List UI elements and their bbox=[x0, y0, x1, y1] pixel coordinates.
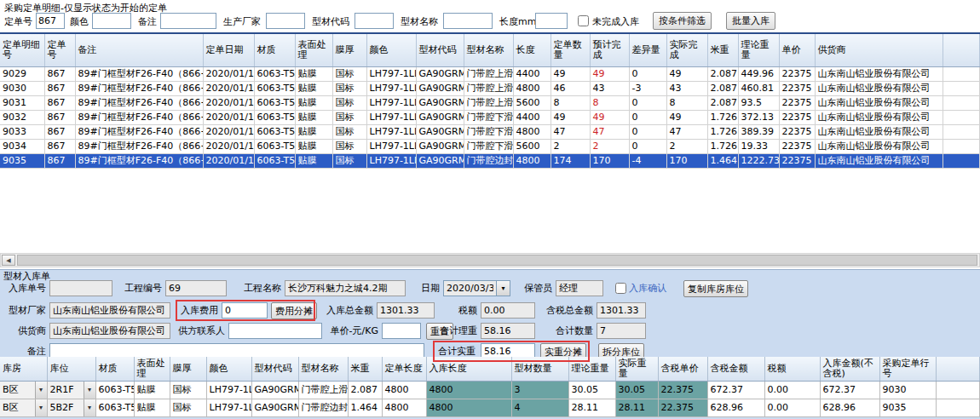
inbound-no-input[interactable] bbox=[49, 280, 112, 296]
fee-input[interactable] bbox=[222, 302, 268, 319]
manufacturer-input[interactable] bbox=[266, 13, 305, 29]
scrollbar-thumb[interactable] bbox=[17, 255, 977, 266]
table-cell: 22375 bbox=[779, 81, 815, 95]
column-header[interactable]: 含税单价 bbox=[658, 357, 707, 381]
dropdown-arrow-icon[interactable]: ▾ bbox=[35, 382, 47, 399]
table-cell: 8 bbox=[666, 95, 707, 110]
theo-total-input[interactable] bbox=[481, 323, 535, 339]
column-header[interactable]: 定单日期 bbox=[203, 34, 254, 66]
table-row[interactable]: B区▾2R1F▾6063-T5贴膜国标LH797-1LL0GA90GRM03门带… bbox=[0, 381, 980, 399]
project-name-input[interactable] bbox=[285, 280, 406, 296]
date-picker-button[interactable]: ▾ bbox=[496, 280, 510, 296]
profile-code-input[interactable] bbox=[355, 13, 394, 29]
column-header[interactable]: 颜色 bbox=[366, 34, 416, 66]
column-header[interactable]: 入库长度 bbox=[426, 357, 511, 381]
contact-input[interactable] bbox=[228, 323, 322, 339]
table-row[interactable]: 903386789#门框型材F26-F40（866+867）2020/01/13… bbox=[0, 124, 980, 139]
table-row[interactable]: 902986789#门框型材F26-F40（866+867）2020/01/13… bbox=[0, 66, 980, 81]
column-header[interactable]: 定单长度 bbox=[382, 357, 426, 381]
column-header[interactable]: 型材名称 bbox=[298, 357, 348, 381]
project-name-label: 工程名称 bbox=[240, 280, 281, 296]
filter-button[interactable]: 按条件筛选 bbox=[653, 12, 712, 30]
horizontal-scrollbar[interactable]: ◀ bbox=[0, 253, 980, 267]
column-header[interactable]: 表面处理 bbox=[134, 357, 170, 381]
order-table: 定单明细号定单号备注定单日期材质表面处理膜厚颜色型材代码型材名称长度定单数量预计… bbox=[0, 34, 980, 169]
date-field: ▾ bbox=[443, 280, 510, 296]
table-cell: GA90GRM03 bbox=[416, 81, 464, 95]
column-header[interactable]: 税额 bbox=[764, 357, 820, 381]
confirm-checkbox[interactable] bbox=[615, 283, 626, 294]
table-row[interactable]: 903186789#门框型材F26-F40（866+867）2020/01/13… bbox=[0, 95, 980, 110]
column-header[interactable]: 差异量 bbox=[629, 34, 666, 66]
table-cell: 43 bbox=[666, 81, 707, 95]
table-row[interactable]: 903086789#门框型材F26-F40（866+867）2020/01/13… bbox=[0, 81, 980, 95]
column-header[interactable]: 颜色 bbox=[206, 357, 251, 381]
unit-price-input[interactable] bbox=[382, 323, 421, 339]
column-header[interactable]: 材质 bbox=[254, 34, 295, 66]
fee-allocate-button[interactable]: 费用分摊 bbox=[271, 302, 317, 319]
column-header[interactable]: 型材数量 bbox=[511, 357, 568, 381]
color-input[interactable] bbox=[92, 13, 131, 29]
table-row[interactable]: B区▾5B2F▾6063-T5贴膜国标LH797-1LL0GA90GRM05门带… bbox=[0, 399, 980, 416]
column-header[interactable]: 库位 bbox=[47, 357, 95, 381]
tax-input[interactable] bbox=[481, 302, 535, 319]
column-header[interactable]: 库房 bbox=[0, 357, 47, 381]
column-header[interactable]: 实际完成 bbox=[666, 34, 707, 66]
table-cell: 贴膜 bbox=[295, 153, 332, 168]
remark-label: 备注 bbox=[138, 15, 157, 28]
column-header[interactable]: 型材代码 bbox=[416, 34, 464, 66]
unfinished-checkbox[interactable] bbox=[578, 15, 589, 26]
column-header[interactable]: 定单号 bbox=[44, 34, 75, 66]
column-header[interactable]: 备注 bbox=[75, 34, 203, 66]
column-header[interactable]: 入库金额(不含税) bbox=[820, 357, 879, 381]
remark-input[interactable] bbox=[160, 13, 216, 29]
column-header[interactable]: 定单明细号 bbox=[0, 34, 44, 66]
keeper-input[interactable] bbox=[556, 280, 603, 296]
scroll-left-icon[interactable]: ◀ bbox=[2, 255, 15, 266]
copy-location-button[interactable]: 复制库房库位 bbox=[683, 280, 748, 297]
table-cell: 89#门框型材F26-F40（866+867） bbox=[75, 81, 203, 95]
column-header[interactable]: 膜厚 bbox=[170, 357, 206, 381]
column-header[interactable]: 长度 bbox=[513, 34, 551, 66]
column-header[interactable]: 预计完成 bbox=[590, 34, 629, 66]
table-cell: 9029 bbox=[0, 66, 44, 81]
column-header[interactable]: 膜厚 bbox=[332, 34, 366, 66]
table-row[interactable]: 903586789#门框型材F26-F40（866+867）2020/01/13… bbox=[0, 153, 980, 168]
column-header[interactable]: 米重 bbox=[707, 34, 738, 66]
length-input[interactable] bbox=[535, 13, 568, 29]
factory-input[interactable] bbox=[49, 302, 170, 319]
table-cell: 国标 bbox=[332, 124, 366, 139]
column-header[interactable]: 型材名称 bbox=[464, 34, 513, 66]
column-header[interactable]: 单价 bbox=[779, 34, 815, 66]
column-header[interactable]: 含税金额 bbox=[707, 357, 764, 381]
total-amount-input[interactable] bbox=[377, 302, 435, 319]
column-header[interactable]: 米重 bbox=[348, 357, 382, 381]
column-header[interactable]: 实际重量 bbox=[615, 357, 658, 381]
dropdown-arrow-icon[interactable]: ▾ bbox=[84, 399, 95, 416]
table-row[interactable]: 903286789#门框型材F26-F40（866+867）2020/01/13… bbox=[0, 110, 980, 124]
profile-name-input[interactable] bbox=[443, 13, 493, 29]
table-cell-filler bbox=[943, 66, 980, 81]
table-cell: 门带腔下滑 bbox=[464, 124, 513, 139]
table-row[interactable]: 903486789#门框型材F26-F40（866+867）2020/01/13… bbox=[0, 139, 980, 153]
dropdown-arrow-icon[interactable]: ▾ bbox=[35, 399, 47, 416]
column-header[interactable]: 型材代码 bbox=[251, 357, 298, 381]
column-header[interactable]: 定单数量 bbox=[551, 34, 590, 66]
project-no-input[interactable] bbox=[165, 280, 227, 296]
batch-inbound-button[interactable]: 批量入库 bbox=[726, 12, 775, 30]
table-cell: 2.087 bbox=[707, 66, 738, 81]
column-header[interactable]: 理论重量 bbox=[568, 357, 615, 381]
qty-total-input[interactable] bbox=[597, 323, 646, 339]
order-no-input[interactable] bbox=[36, 13, 65, 29]
table-cell: 49 bbox=[551, 110, 590, 124]
column-header[interactable]: 理论重量 bbox=[738, 34, 779, 66]
tax-total-input[interactable] bbox=[597, 302, 646, 319]
column-header[interactable]: 供货商 bbox=[815, 34, 943, 66]
date-input[interactable] bbox=[443, 280, 496, 296]
column-header[interactable]: 表面处理 bbox=[295, 34, 332, 66]
dropdown-arrow-icon[interactable]: ▾ bbox=[84, 382, 95, 399]
supplier-input[interactable] bbox=[49, 323, 170, 339]
column-header[interactable]: 采购定单行号 bbox=[879, 357, 936, 381]
column-header[interactable]: 材质 bbox=[95, 357, 134, 381]
project-no-label: 工程编号 bbox=[121, 280, 162, 296]
